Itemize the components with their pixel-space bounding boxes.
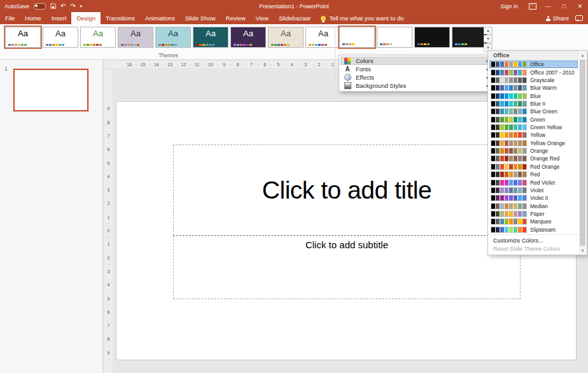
minimize-button[interactable]: —: [540, 0, 556, 12]
scrollbar-thumb[interactable]: [580, 60, 585, 246]
theme-thumbnail-3[interactable]: Aa: [80, 27, 116, 48]
color-scheme-blue-green[interactable]: Blue Green: [489, 108, 578, 115]
ribbon-display-options-icon[interactable]: ^: [524, 0, 540, 12]
autosave-toggle[interactable]: [34, 3, 46, 10]
tell-me-box[interactable]: Tell me what you want to do: [316, 12, 409, 24]
theme-color-strip: [158, 44, 177, 46]
tab-view[interactable]: View: [251, 12, 274, 24]
color-scheme-office-2007-2010[interactable]: Office 2007 - 2010: [489, 68, 578, 76]
color-scheme-green-yellow[interactable]: Green Yellow: [489, 123, 578, 131]
redo-icon[interactable]: ↷: [70, 3, 75, 10]
tab-design[interactable]: Design: [71, 12, 101, 24]
color-scheme-paper[interactable]: Paper: [489, 210, 578, 218]
color-scheme-grayscale[interactable]: Grayscale: [489, 76, 578, 84]
ribbon-tabs: FileHomeInsertDesignTransitionsAnimation…: [0, 12, 316, 24]
menu-item-fonts[interactable]: AFonts▸: [340, 65, 491, 73]
tab-transitions[interactable]: Transitions: [101, 12, 140, 24]
color-scheme-office[interactable]: Office: [489, 60, 578, 68]
color-scheme-violet[interactable]: Violet: [489, 186, 578, 194]
variant-thumbnail-2[interactable]: [377, 27, 412, 48]
theme-thumbnail-5[interactable]: Aa: [155, 27, 191, 48]
scheme-name: Yellow: [530, 132, 545, 138]
theme-thumbnail-6[interactable]: Aa: [193, 27, 228, 48]
color-scheme-violet-ii[interactable]: Violet II: [489, 194, 578, 202]
theme-thumbnail-9[interactable]: Aa: [305, 27, 341, 48]
scheme-swatches: [491, 132, 527, 138]
tab-slidebazaar[interactable]: Slidebazaar: [274, 12, 316, 24]
color-scheme-median[interactable]: Median: [489, 202, 578, 209]
tab-review[interactable]: Review: [221, 12, 251, 24]
color-scheme-orange[interactable]: Orange: [489, 147, 578, 155]
scheme-swatches: [491, 140, 527, 146]
theme-thumbnail-8[interactable]: Aa: [268, 27, 304, 48]
theme-thumbnail-2[interactable]: Aa: [43, 27, 78, 48]
color-scheme-red-orange[interactable]: Red Orange: [489, 163, 578, 171]
menu-item-customize-colors[interactable]: Customize Colors...: [488, 236, 579, 244]
color-scheme-yellow-orange[interactable]: Yellow Orange: [489, 139, 578, 147]
tab-insert[interactable]: Insert: [46, 12, 72, 24]
ruler-number: 6: [108, 147, 110, 151]
variant-color-strip: [380, 43, 392, 45]
variants-dropdown-menu: Colors▸AFonts▸Effects▸Background Styles▸: [339, 55, 493, 92]
variants-gallery: [339, 27, 487, 48]
color-scheme-orange-red[interactable]: Orange Red: [489, 155, 578, 162]
scroll-up-icon[interactable]: ▲: [579, 52, 586, 59]
tab-file[interactable]: File: [0, 12, 20, 24]
ruler-tick: ·: [108, 344, 109, 348]
ruler-tick: ·: [108, 248, 109, 253]
theme-thumbnail-1[interactable]: Aa: [5, 27, 41, 48]
variant-thumbnail-4[interactable]: [452, 27, 487, 48]
variant-thumbnail-1[interactable]: [339, 27, 375, 48]
ruler-number: 4: [108, 174, 110, 178]
theme-thumbnail-7[interactable]: Aa: [230, 27, 266, 48]
scheme-name: Red Orange: [530, 164, 559, 170]
scheme-swatches: [491, 101, 527, 107]
color-scheme-marquee[interactable]: Marquee: [489, 218, 578, 225]
comments-icon[interactable]: [575, 15, 583, 21]
ruler-tick: ·: [108, 330, 109, 334]
scheme-name: Yellow Orange: [530, 140, 565, 146]
menu-item-background-styles[interactable]: Background Styles▸: [340, 81, 491, 90]
ruler-number: 15: [141, 62, 146, 67]
color-scheme-blue[interactable]: Blue: [489, 92, 578, 99]
color-scheme-blue-warm[interactable]: Blue Warm: [489, 84, 578, 92]
ruler-number: 10: [208, 62, 213, 67]
sign-in-link[interactable]: Sign in: [494, 3, 524, 10]
tab-animations[interactable]: Animations: [140, 12, 180, 24]
save-icon[interactable]: [50, 3, 56, 9]
title-placeholder[interactable]: Click to add title: [173, 144, 521, 236]
scheme-swatches: [491, 124, 527, 130]
color-scheme-red-violet[interactable]: Red Violet: [489, 178, 578, 186]
menu-item-effects[interactable]: Effects▸: [340, 73, 491, 81]
variant-thumbnail-3[interactable]: [414, 27, 450, 48]
theme-color-strip: [8, 44, 27, 46]
maximize-button[interactable]: □: [556, 0, 572, 12]
color-scheme-green[interactable]: Green: [489, 116, 578, 123]
qat-customize-icon[interactable]: ▾: [80, 4, 83, 8]
undo-icon[interactable]: ↶: [60, 3, 66, 10]
ruler-number: 8: [108, 337, 110, 341]
ruler-tick: ·: [136, 62, 137, 67]
ruler-number: 2: [318, 62, 320, 67]
theme-thumbnail-4[interactable]: Aa: [118, 27, 153, 48]
scheme-swatches: [491, 164, 527, 170]
slide-thumbnails-panel[interactable]: 1: [0, 59, 103, 373]
color-scheme-red[interactable]: Red: [489, 171, 578, 178]
color-scheme-slipstream[interactable]: Slipstream: [489, 226, 578, 234]
themes-group-label: Themes: [5, 52, 332, 59]
ruler-number: 12: [181, 62, 186, 67]
scheme-swatches: [491, 77, 527, 83]
tab-slide-show[interactable]: Slide Show: [180, 12, 221, 24]
ruler-tick: ·: [176, 62, 178, 67]
scheme-swatches: [491, 69, 527, 76]
color-scheme-blue-ii[interactable]: Blue II: [489, 100, 578, 108]
close-button[interactable]: ✕: [572, 0, 588, 12]
submenu-scrollbar[interactable]: ▲ ▼: [579, 52, 586, 254]
subtitle-placeholder[interactable]: Click to add subtitle: [173, 236, 521, 299]
share-button[interactable]: Share: [546, 15, 569, 22]
color-scheme-yellow[interactable]: Yellow: [489, 131, 578, 139]
scroll-down-icon[interactable]: ▼: [579, 247, 586, 254]
menu-item-colors[interactable]: Colors▸: [340, 57, 491, 65]
slide-thumbnail[interactable]: [13, 69, 88, 111]
tab-home[interactable]: Home: [20, 12, 46, 24]
